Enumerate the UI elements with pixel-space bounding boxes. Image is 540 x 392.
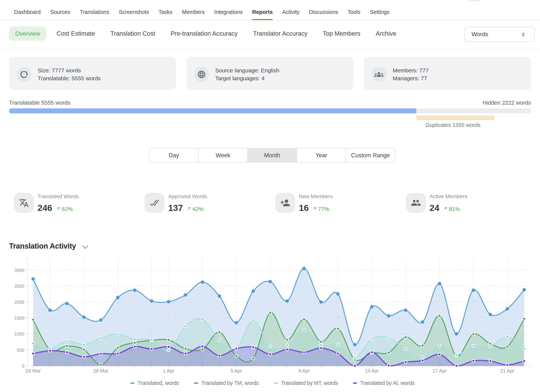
svg-text:28 Mar: 28 Mar [93, 368, 108, 374]
svg-text:3000: 3000 [15, 268, 24, 273]
svg-text:5 Apr: 5 Apr [231, 368, 242, 374]
svg-text:1 Apr: 1 Apr [163, 368, 174, 374]
svg-text:1000: 1000 [15, 332, 24, 337]
svg-text:9 Apr: 9 Apr [298, 368, 310, 374]
svg-text:24 Mar: 24 Mar [25, 368, 41, 374]
svg-text:0: 0 [22, 363, 24, 369]
svg-text:13 Apr: 13 Apr [365, 368, 379, 374]
svg-text:17 Apr: 17 Apr [432, 368, 447, 374]
svg-text:2500: 2500 [15, 284, 24, 289]
svg-text:2000: 2000 [15, 300, 24, 305]
svg-text:21 Apr: 21 Apr [500, 368, 515, 374]
svg-text:1500: 1500 [15, 316, 24, 321]
svg-text:500: 500 [17, 347, 24, 353]
